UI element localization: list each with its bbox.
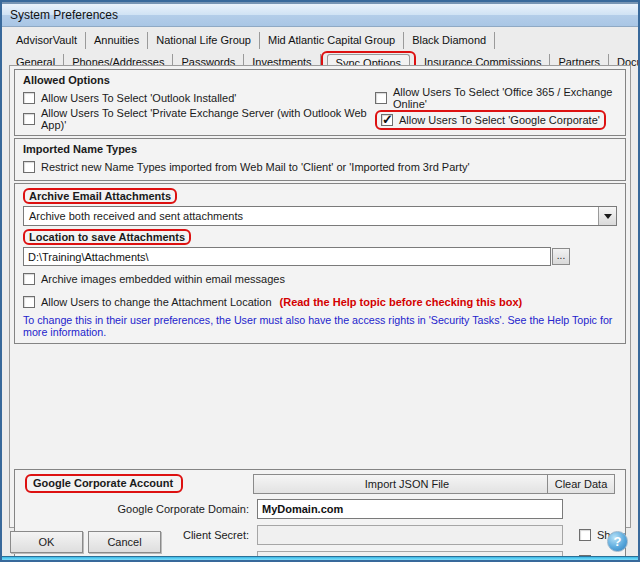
imported-name-types-heading: Imported Name Types <box>23 143 617 155</box>
checkbox-icon[interactable] <box>23 113 35 125</box>
annotation-archive-heading: Archive Email Attachments <box>23 188 177 204</box>
security-tasks-note: To change this in their user preferences… <box>23 314 617 338</box>
checkbox-allow-change-location[interactable]: Allow Users to change the Attachment Loc… <box>23 293 617 310</box>
attachments-section: Archive Email Attachments Archive both r… <box>14 183 626 344</box>
allowed-options-section: Allowed Options Allow Users To Select 'O… <box>14 69 626 136</box>
archive-attachments-heading-row: Archive Email Attachments <box>23 188 617 204</box>
allowed-options-grid: Allow Users To Select 'Outlook Installed… <box>23 89 617 130</box>
checkbox-google-corporate-row: Allow Users To Select 'Google Corporate' <box>375 110 617 130</box>
archive-attachments-heading: Archive Email Attachments <box>29 190 171 202</box>
help-topic-warning: (Read the Help topic before checking thi… <box>280 296 523 308</box>
help-icon[interactable]: ? <box>607 531 628 552</box>
annotation-google-corporate: Allow Users To Select 'Google Corporate' <box>375 110 606 130</box>
tab-strip: AdvisorVaultAnnuitiesNational Life Group… <box>2 27 638 70</box>
domain-label: Google Corporate Domain: <box>23 503 249 515</box>
footer-bar: OK Cancel ? <box>2 528 638 556</box>
location-heading: Location to save Attachments <box>29 231 185 243</box>
checkbox-private-exchange[interactable]: Allow Users To Select 'Private Exchange … <box>23 110 375 127</box>
tab-black-diamond[interactable]: Black Diamond <box>404 32 495 49</box>
allowed-options-heading: Allowed Options <box>23 74 617 86</box>
chevron-down-icon <box>604 214 612 223</box>
dropdown-button[interactable] <box>598 207 616 225</box>
annotation-google-account-heading: Google Corporate Account <box>25 474 183 493</box>
checkbox-outlook-installed[interactable]: Allow Users To Select 'Outlook Installed… <box>23 89 375 106</box>
checkbox-checked-icon[interactable] <box>381 114 393 126</box>
google-account-header: Google Corporate Account Import JSON Fil… <box>23 473 617 497</box>
checkbox-archive-embedded-images[interactable]: Archive images embedded within email mes… <box>23 270 617 287</box>
tab-annuities[interactable]: Annuities <box>86 32 148 49</box>
tab-national-life-group[interactable]: National Life Group <box>148 32 260 49</box>
annotation-location-heading: Location to save Attachments <box>23 229 191 245</box>
archive-mode-dropdown[interactable]: Archive both received and sent attachmen… <box>23 206 617 226</box>
tab-mid-atlantic-capital-group[interactable]: Mid Atlantic Capital Group <box>260 32 404 49</box>
clear-data-button[interactable]: Clear Data <box>547 474 615 494</box>
checkbox-label: Show <box>597 555 625 562</box>
title-bar[interactable]: System Preferences <box>2 2 638 27</box>
checkbox-label: Archive images embedded within email mes… <box>41 273 285 285</box>
checkbox-icon[interactable] <box>23 273 35 285</box>
show-client-id-checkbox[interactable]: Show <box>579 555 625 562</box>
tab-advisorvault[interactable]: AdvisorVault <box>8 32 86 49</box>
checkbox-icon[interactable] <box>23 92 35 104</box>
checkbox-icon[interactable] <box>579 555 591 562</box>
domain-row: Google Corporate Domain: <box>23 499 617 523</box>
checkbox-label: Allow Users To Select 'Google Corporate' <box>399 114 600 126</box>
system-preferences-dialog: System Preferences AdvisorVaultAnnuities… <box>0 0 640 562</box>
import-json-button[interactable]: Import JSON File <box>253 474 561 494</box>
checkbox-icon[interactable] <box>23 296 35 308</box>
imported-name-types-section: Imported Name Types Restrict new Name Ty… <box>14 138 626 181</box>
checkbox-icon[interactable] <box>375 92 387 104</box>
checkbox-restrict-name-types[interactable]: Restrict new Name Types imported from We… <box>23 158 617 175</box>
checkbox-label: Allow Users To Select 'Outlook Installed… <box>41 92 236 104</box>
attachment-location-input[interactable] <box>23 247 551 266</box>
checkbox-label: Restrict new Name Types imported from We… <box>41 161 470 173</box>
archive-mode-value: Archive both received and sent attachmen… <box>24 210 598 222</box>
browse-button[interactable]: ... <box>552 248 570 265</box>
client-id-label: Client ID: <box>23 555 249 562</box>
google-account-heading: Google Corporate Account <box>33 477 173 489</box>
window-title: System Preferences <box>10 8 118 22</box>
checkbox-google-corporate[interactable]: Allow Users To Select 'Google Corporate' <box>381 112 600 128</box>
checkbox-office-365[interactable]: Allow Users To Select 'Office 365 / Exch… <box>375 89 617 106</box>
sync-options-page: Allowed Options Allow Users To Select 'O… <box>9 65 631 528</box>
checkbox-icon[interactable] <box>23 161 35 173</box>
checkbox-label: Allow Users To Select 'Private Exchange … <box>41 107 375 131</box>
cancel-button[interactable]: Cancel <box>88 531 161 553</box>
ok-button[interactable]: OK <box>10 531 83 553</box>
location-row: ... <box>23 247 617 266</box>
tab-row-1: AdvisorVaultAnnuitiesNational Life Group… <box>8 32 632 51</box>
location-heading-row: Location to save Attachments <box>23 229 617 245</box>
google-domain-input[interactable] <box>257 499 563 519</box>
checkbox-label: Allow Users to change the Attachment Loc… <box>41 296 272 308</box>
checkbox-label: Allow Users To Select 'Office 365 / Exch… <box>393 86 617 110</box>
